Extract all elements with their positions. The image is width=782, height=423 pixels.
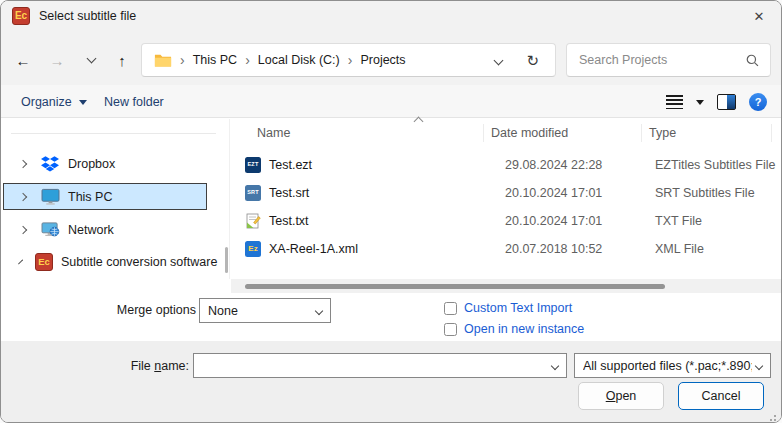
new-folder-button[interactable]: New folder xyxy=(104,91,164,113)
file-type: TXT File xyxy=(655,207,702,235)
checkbox-label: Custom Text Import xyxy=(464,301,572,315)
file-row[interactable]: SRT Test.srt 20.10.2024 17:01 SRT Subtit… xyxy=(233,179,771,207)
file-name-combo xyxy=(193,353,567,378)
chevron-right-icon[interactable] xyxy=(19,159,27,167)
column-header-type[interactable]: Type xyxy=(649,121,676,145)
resize-grip[interactable] xyxy=(774,415,776,417)
breadcrumb-item-projects[interactable]: Projects xyxy=(360,53,405,67)
new-folder-label: New folder xyxy=(104,95,164,109)
chevron-right-icon[interactable] xyxy=(18,259,23,264)
network-icon xyxy=(40,220,60,240)
sidebar-item-label: This PC xyxy=(68,190,112,204)
monitor-icon xyxy=(40,187,60,207)
breadcrumb-separator: › xyxy=(348,53,353,67)
open-button[interactable]: Open xyxy=(578,382,664,410)
file-type: SRT Subtitles File xyxy=(655,179,755,207)
view-options-chevron-icon[interactable] xyxy=(696,100,704,109)
chevron-down-icon xyxy=(86,53,96,63)
close-icon: ✕ xyxy=(754,9,765,24)
help-icon[interactable]: ? xyxy=(749,93,767,111)
file-row[interactable]: Test.txt 20.10.2024 17:01 TXT File xyxy=(233,207,771,235)
file-row[interactable]: EZT Test.ezt 29.08.2024 22:28 EZTitles S… xyxy=(233,151,771,179)
merge-options-select[interactable]: None xyxy=(199,298,331,323)
file-type-value: All supported files (*.pac;*.890;* xyxy=(583,359,752,373)
breadcrumb-item-local-disk[interactable]: Local Disk (C:) xyxy=(258,53,340,67)
merge-options-value: None xyxy=(208,304,238,318)
scrollbar-thumb[interactable] xyxy=(245,284,665,289)
title-bar: Ec Select subtitle file xyxy=(1,1,781,31)
refresh-icon[interactable]: ↻ xyxy=(526,53,539,68)
checkbox-custom-text-import[interactable]: Custom Text Import xyxy=(444,300,572,316)
list-view-icon[interactable] xyxy=(666,95,683,109)
column-header-name[interactable]: Name xyxy=(257,121,290,145)
chevron-right-icon[interactable] xyxy=(19,192,27,200)
sidebar-item-label: Subtitle conversion software xyxy=(61,255,217,269)
column-separator[interactable] xyxy=(483,124,484,142)
file-name: XA-Reel-1A.xml xyxy=(269,235,358,263)
file-name: Test.txt xyxy=(269,207,309,235)
breadcrumb-bar[interactable]: › This PC › Local Disk (C:) › Projects ↻ xyxy=(141,43,556,77)
organize-label: Organize xyxy=(21,95,72,109)
sidebar-item-this-pc[interactable]: This PC xyxy=(3,183,207,210)
sidebar-item-dropbox[interactable]: Dropbox xyxy=(3,150,207,177)
search-box xyxy=(566,43,771,77)
chevron-down-icon[interactable] xyxy=(551,361,559,369)
file-type-select[interactable]: All supported files (*.pac;*.890;* xyxy=(574,353,771,378)
merge-options-label: Merge options xyxy=(61,303,196,317)
sidebar-divider xyxy=(11,133,216,134)
sidebar-item-label: Dropbox xyxy=(68,157,115,171)
close-button[interactable]: ✕ xyxy=(737,1,781,31)
file-date: 20.07.2018 10:52 xyxy=(505,235,602,263)
srt-file-icon: SRT xyxy=(245,185,261,201)
sidebar-item-network[interactable]: Network xyxy=(3,216,207,243)
breadcrumb-separator: › xyxy=(245,53,250,67)
breadcrumb-separator: › xyxy=(180,53,185,67)
address-dropdown-chevron-icon[interactable] xyxy=(494,55,504,65)
nav-back-button[interactable]: ← xyxy=(10,47,36,73)
sidebar-scrollbar-thumb[interactable] xyxy=(225,247,228,273)
back-arrow-icon: ← xyxy=(16,52,31,69)
nav-up-button[interactable]: ↑ xyxy=(109,47,135,73)
folder-icon xyxy=(154,50,172,70)
file-type: EZTitles Subtitles File xyxy=(655,151,775,179)
checkbox-box[interactable] xyxy=(444,302,457,315)
file-row[interactable]: Ez XA-Reel-1A.xml 20.07.2018 10:52 XML F… xyxy=(233,235,771,263)
organize-button[interactable]: Organize xyxy=(21,91,87,113)
ez-xml-file-icon: Ez xyxy=(245,241,261,257)
file-name-label: File name: xyxy=(91,359,189,373)
chevron-down-icon xyxy=(755,361,763,369)
column-separator[interactable] xyxy=(641,124,642,142)
checkbox-label: Open in new instance xyxy=(464,322,584,336)
dropbox-icon xyxy=(40,154,60,174)
file-dialog-window: Ec Select subtitle file ✕ ← → ↑ › This P… xyxy=(0,0,782,423)
forward-arrow-icon: → xyxy=(50,52,65,69)
horizontal-scrollbar[interactable] xyxy=(231,279,782,293)
file-type: XML File xyxy=(655,235,704,263)
caret-down-icon xyxy=(79,100,87,109)
checkbox-box[interactable] xyxy=(444,323,457,336)
ec-app-icon: Ec xyxy=(35,252,53,272)
cancel-button[interactable]: Cancel xyxy=(678,382,764,410)
nav-forward-button[interactable]: → xyxy=(44,47,70,73)
search-input[interactable] xyxy=(577,52,745,68)
app-icon: Ec xyxy=(12,7,30,25)
nav-history-button[interactable] xyxy=(78,47,104,73)
column-header-date[interactable]: Date modified xyxy=(491,121,568,145)
sort-ascending-icon xyxy=(414,117,424,127)
file-date: 20.10.2024 17:01 xyxy=(505,179,602,207)
preview-pane-icon[interactable] xyxy=(717,94,736,110)
chevron-down-icon xyxy=(315,306,323,314)
file-date: 20.10.2024 17:01 xyxy=(505,207,602,235)
file-name-input[interactable] xyxy=(202,358,552,374)
file-name: Test.srt xyxy=(269,179,309,207)
column-separator[interactable] xyxy=(771,124,772,142)
up-arrow-icon: ↑ xyxy=(118,52,126,69)
pane-splitter[interactable] xyxy=(229,119,230,279)
checkbox-open-new-instance[interactable]: Open in new instance xyxy=(444,321,584,337)
breadcrumb-item-this-pc[interactable]: This PC xyxy=(193,53,237,67)
window-title: Select subtitle file xyxy=(39,9,136,23)
chevron-right-icon[interactable] xyxy=(19,225,27,233)
file-date: 29.08.2024 22:28 xyxy=(505,151,602,179)
sidebar-item-label: Network xyxy=(68,223,114,237)
sidebar-item-subtitle-software[interactable]: Ec Subtitle conversion software xyxy=(3,248,207,275)
